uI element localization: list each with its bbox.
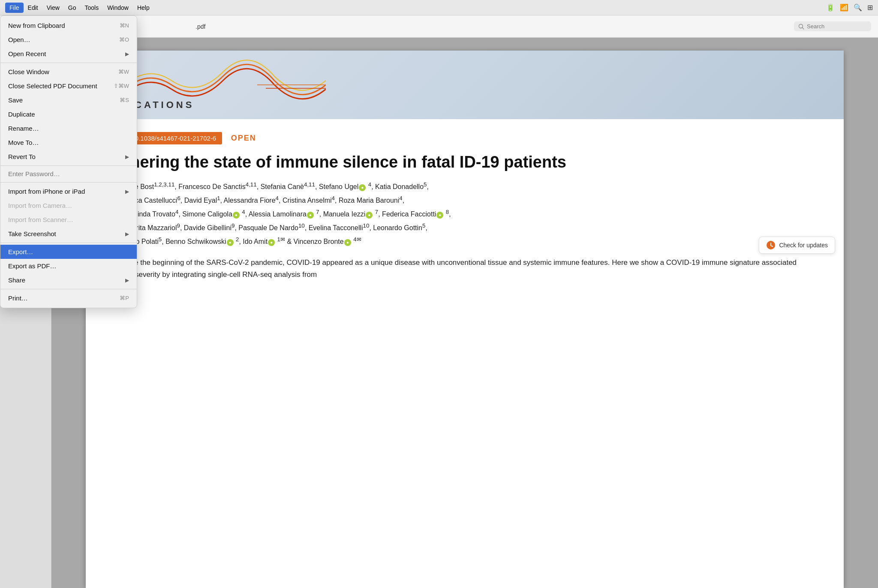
menu-item-label: Revert To: [8, 153, 36, 160]
menu-window[interactable]: Window: [103, 3, 133, 13]
menu-item-shortcut: ⌘P: [120, 295, 129, 301]
menu-item-label: Open…: [8, 36, 30, 43]
menu-item-label: Close Selected PDF Document: [8, 82, 97, 90]
menu-item-enter-password[interactable]: [0, 168, 137, 180]
menu-file[interactable]: File: [5, 3, 24, 13]
menu-item-print[interactable]: Print… ⌘P: [0, 291, 137, 305]
pdf-banner: NICATIONS: [86, 51, 844, 119]
menu-item-shortcut: ⌘S: [120, 97, 129, 103]
menu-item-import-camera: Import from Camera…: [0, 198, 137, 213]
control-center-icon[interactable]: ⊞: [867, 3, 873, 12]
article-title: ohering the state of immune silence in f…: [120, 152, 809, 173]
search-bar-icon: [798, 24, 804, 30]
separator-3: [0, 182, 137, 183]
separator-1: [0, 63, 137, 63]
check-updates-button[interactable]: Check for updates: [759, 237, 835, 254]
menu-item-export-pdf[interactable]: Export as PDF…: [0, 259, 137, 273]
menu-item-take-screenshot[interactable]: Take Screenshot ▶: [0, 227, 137, 241]
password-input[interactable]: [8, 170, 129, 177]
menu-item-label: Open Recent: [8, 50, 46, 57]
pdf-area: NICATIONS g/10.1038/s41467-021-21702-6 O…: [51, 38, 878, 588]
separator-2: [0, 165, 137, 166]
orcid-icon-8: ●: [344, 239, 351, 246]
status-icons: 🔋 📶 🔍 ⊞: [826, 3, 873, 12]
menu-item-new-from-clipboard[interactable]: New from Clipboard ⌘N: [0, 18, 137, 33]
menu-item-open-recent[interactable]: Open Recent ▶: [0, 47, 137, 61]
orcid-icon-2: ●: [233, 212, 240, 219]
menu-item-label: Rename…: [8, 125, 39, 132]
menu-item-import-scanner: Import from Scanner…: [0, 213, 137, 227]
search-icon[interactable]: 🔍: [854, 3, 862, 12]
menu-item-label: Take Screenshot: [8, 230, 56, 237]
menu-item-share[interactable]: Share ▶: [0, 273, 137, 287]
abstract: Since the beginning of the SARS-CoV-2 pa…: [120, 257, 809, 281]
menu-view[interactable]: View: [42, 3, 64, 13]
menu-item-revert-to[interactable]: Revert To ▶: [0, 150, 137, 164]
arrow-icon: ▶: [125, 189, 129, 195]
open-badge: OPEN: [231, 134, 256, 143]
menu-item-shortcut: ⌘O: [119, 36, 129, 43]
svg-line-12: [803, 27, 804, 29]
menu-item-label: Duplicate: [8, 111, 35, 118]
menu-go[interactable]: Go: [64, 3, 81, 13]
menu-item-label: Move To…: [8, 139, 39, 146]
menu-item-export[interactable]: Export…: [0, 245, 137, 259]
menu-item-rename[interactable]: Rename…: [0, 121, 137, 135]
authors: Pierre Bost1,2,3,11, Francesco De Sancti…: [120, 180, 809, 249]
check-updates-label: Check for updates: [779, 242, 828, 249]
arrow-icon: ▶: [125, 231, 129, 237]
arrow-icon: ▶: [125, 51, 129, 57]
search-input[interactable]: [807, 23, 858, 30]
menu-tools[interactable]: Tools: [80, 3, 103, 13]
separator-4: [0, 243, 137, 243]
menu-item-save[interactable]: Save ⌘S: [0, 93, 137, 107]
menu-item-import-iphone[interactable]: Import from iPhone or iPad ▶: [0, 184, 137, 198]
arrow-icon: ▶: [125, 277, 129, 283]
orcid-icon-4: ●: [366, 212, 373, 219]
search-bar[interactable]: [794, 21, 871, 31]
orcid-icon-5: ●: [436, 212, 443, 219]
menu-item-duplicate[interactable]: Duplicate: [0, 107, 137, 121]
menu-help[interactable]: Help: [133, 3, 154, 13]
orcid-icon: ●: [359, 184, 366, 191]
menu-item-label: Save: [8, 96, 23, 104]
menu-item-label: New from Clipboard: [8, 22, 65, 29]
wifi-icon: 📶: [840, 3, 848, 12]
menu-item-close-pdf[interactable]: Close Selected PDF Document ⇧⌘W: [0, 79, 137, 93]
menu-item-label: Export as PDF…: [8, 262, 57, 270]
menu-edit[interactable]: Edit: [24, 3, 42, 13]
menu-item-label: Print…: [8, 294, 28, 302]
menu-item-label: Import from Camera…: [8, 202, 72, 209]
system-icons: 🔋 📶 🔍 ⊞: [826, 3, 873, 12]
pdf-page: NICATIONS g/10.1038/s41467-021-21702-6 O…: [86, 51, 844, 588]
menu-item-shortcut: ⌘N: [120, 22, 129, 29]
menu-item-move-to[interactable]: Move To…: [0, 135, 137, 150]
menu-item-open[interactable]: Open… ⌘O: [0, 33, 137, 47]
update-icon: [766, 240, 776, 250]
menu-item-shortcut: ⇧⌘W: [114, 83, 129, 89]
menu-bar: File Edit View Go Tools Window Help 🔋 📶 …: [0, 0, 878, 15]
menu-item-label: Import from Scanner…: [8, 216, 73, 223]
menu-item-label: Export…: [8, 248, 33, 255]
toolbar-title: .pdf: [195, 23, 205, 30]
arrow-icon: ▶: [125, 154, 129, 160]
orcid-icon-6: ●: [227, 239, 234, 246]
menu-item-shortcut: ⌘W: [118, 69, 129, 75]
separator-5: [0, 289, 137, 289]
orcid-icon-7: ●: [268, 239, 275, 246]
pdf-content: g/10.1038/s41467-021-21702-6 OPEN oherin…: [86, 119, 844, 294]
menu-item-label: Import from iPhone or iPad: [8, 188, 85, 195]
menu-item-close-window[interactable]: Close Window ⌘W: [0, 65, 137, 79]
battery-icon: 🔋: [826, 3, 835, 12]
menu-item-label: Close Window: [8, 68, 49, 75]
menu-item-label: Share: [8, 276, 25, 284]
article-meta: g/10.1038/s41467-021-21702-6 OPEN: [120, 132, 809, 144]
orcid-icon-3: ●: [307, 212, 314, 219]
file-menu-dropdown: New from Clipboard ⌘N Open… ⌘O Open Rece…: [0, 15, 137, 308]
